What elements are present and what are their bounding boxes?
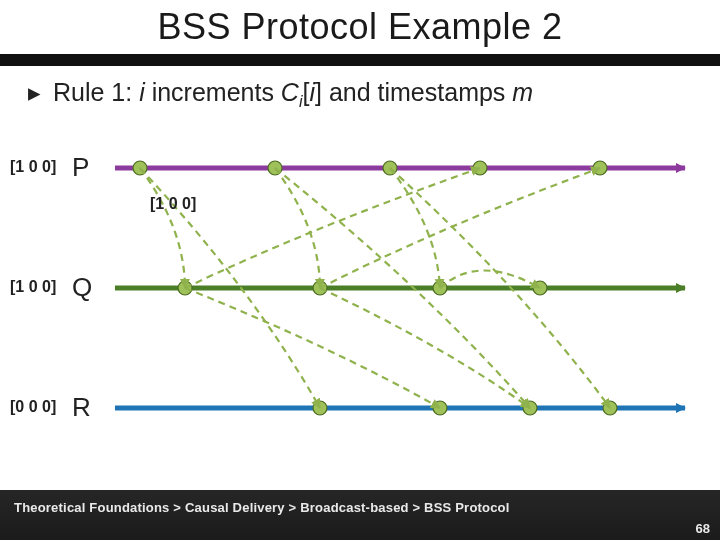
message-arc-0 — [140, 168, 185, 288]
message-arc-6 — [185, 168, 480, 288]
bullet-icon: ▸ — [28, 78, 46, 107]
rule-t2: increments — [145, 78, 281, 106]
event-Q-3 — [533, 281, 547, 295]
title-area: BSS Protocol Example 2 — [0, 0, 720, 48]
process-label-R: R — [72, 392, 91, 423]
rule-text: ▸ Rule 1: i increments Ci[i] and timesta… — [0, 66, 720, 111]
vector-P: [1 0 0] — [10, 158, 56, 176]
slide-title: BSS Protocol Example 2 — [0, 6, 720, 48]
message-arc-10 — [440, 271, 540, 289]
message-arc-9 — [320, 288, 530, 408]
rule-prefix: Rule 1: — [53, 78, 139, 106]
diagram-svg — [0, 140, 720, 460]
rule-m: m — [512, 78, 533, 106]
message-arc-7 — [185, 288, 440, 408]
rule-t6: ] and timestamps — [315, 78, 512, 106]
page-number: 68 — [696, 521, 710, 536]
process-label-P: P — [72, 152, 89, 183]
rule-C: C — [281, 78, 299, 106]
title-underline — [0, 54, 720, 66]
vector-R: [0 0 0] — [10, 398, 56, 416]
process-label-Q: Q — [72, 272, 92, 303]
svg-point-8 — [533, 281, 547, 295]
breadcrumb: Theoretical Foundations > Causal Deliver… — [0, 490, 720, 515]
message-arc-8 — [320, 168, 600, 288]
timeline-diagram: [1 0 0] P [1 0 0] [1 0 0] Q [0 0 0] R — [0, 140, 720, 460]
footer: Theoretical Foundations > Causal Deliver… — [0, 490, 720, 540]
event-annotation-p1: [1 0 0] — [150, 195, 196, 213]
vector-Q: [1 0 0] — [10, 278, 56, 296]
